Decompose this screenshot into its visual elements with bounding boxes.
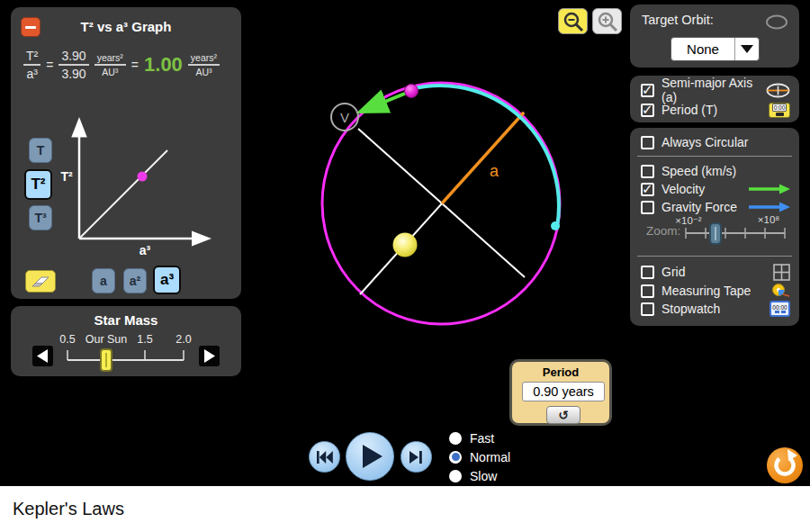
- star[interactable]: [393, 233, 418, 257]
- period-box-title: Period: [512, 365, 609, 379]
- star-mass-slider-thumb[interactable]: [100, 348, 112, 372]
- velocity-label: Velocity: [662, 182, 705, 196]
- period-arc-end-dot: [551, 221, 560, 230]
- checkbox-row-velocity: Velocity: [641, 180, 790, 198]
- equals-sign: =: [131, 58, 139, 72]
- stopwatch-label: Stopwatch: [662, 302, 720, 316]
- power-button-a[interactable]: a: [92, 268, 115, 293]
- reset-icon: [767, 447, 803, 483]
- stopwatch-icon: 00:00: [770, 301, 790, 317]
- target-orbit-selected-value: None: [671, 38, 734, 60]
- left-arrow-icon: [37, 349, 49, 363]
- play-icon: [363, 445, 382, 468]
- always-circular-label: Always Circular: [662, 135, 748, 149]
- semi-major-axis-checkbox[interactable]: [641, 84, 654, 97]
- ellipse-axes-icon: [766, 83, 790, 98]
- period-undo-button[interactable]: ↺: [546, 406, 580, 424]
- orbit-controls-panel: Always Circular Speed (km/s) Velocity Gr…: [630, 128, 799, 326]
- radio-icon: [449, 451, 462, 464]
- star-mass-tick-our-sun: Our Sun: [86, 333, 128, 346]
- target-orbit-combobox[interactable]: None: [670, 37, 760, 61]
- measuring-tape-icon: [771, 284, 790, 298]
- result-units-fraction: years² AU³: [188, 52, 220, 78]
- target-orbit-panel: Target Orbit: None: [630, 5, 799, 68]
- velocity-vector[interactable]: [363, 91, 411, 111]
- eraser-icon: [31, 275, 50, 288]
- gravity-force-label: Gravity Force: [662, 200, 737, 214]
- right-arrow-icon: [203, 349, 215, 363]
- power-button-T3[interactable]: T³: [29, 205, 52, 230]
- checkbox-row-stopwatch: Stopwatch 00:00: [641, 300, 790, 318]
- divider: [637, 256, 792, 257]
- plot-x-axis-label: a³: [131, 243, 158, 257]
- graph-panel-title: T² vs a³ Graph: [11, 19, 241, 34]
- step-forward-icon: [410, 451, 423, 464]
- speed-checkbox[interactable]: [641, 165, 654, 178]
- power-button-a3[interactable]: a³: [153, 266, 181, 294]
- grid-icon: [773, 264, 790, 281]
- checkbox-row-semi-major-axis: Semi-major Axis (a): [641, 81, 790, 99]
- grid-checkbox[interactable]: [641, 266, 654, 279]
- ratio-result-value: 1.00: [144, 53, 183, 77]
- period-label-text: Period (T): [662, 103, 717, 117]
- speed-radio-slow[interactable]: Slow: [449, 469, 497, 482]
- power-button-a2[interactable]: a²: [123, 268, 147, 293]
- checkbox-row-speed: Speed (km/s): [641, 162, 790, 180]
- star-mass-decrement-button[interactable]: [32, 346, 53, 366]
- units-fraction: years² AU³: [94, 52, 126, 78]
- graph-panel: T² vs a³ Graph T² a³ = 3.90 3.90 years² …: [11, 7, 241, 299]
- zoom-max-label: ×10⁸: [751, 214, 787, 225]
- zoom-out-button[interactable]: [558, 8, 588, 34]
- measuring-tape-checkbox[interactable]: [641, 284, 654, 298]
- divider: [637, 156, 792, 157]
- navigation-bar: Kepler's Laws × 0:00: [0, 486, 810, 532]
- planet[interactable]: [405, 85, 418, 98]
- reset-all-button[interactable]: [767, 447, 803, 483]
- magnifier-minus-icon: [562, 11, 585, 32]
- speed-radio-fast[interactable]: Fast: [449, 431, 494, 445]
- power-button-T2[interactable]: T²: [24, 169, 52, 200]
- velocity-handle-label: V: [340, 110, 349, 125]
- combobox-arrow-button[interactable]: [735, 38, 759, 60]
- star-mass-increment-button[interactable]: [199, 346, 220, 366]
- period-value-display: 0.90 years: [522, 382, 605, 401]
- play-button[interactable]: [346, 432, 394, 481]
- eraser-button[interactable]: [25, 270, 56, 293]
- gravity-force-checkbox[interactable]: [641, 201, 654, 214]
- always-circular-checkbox[interactable]: [641, 136, 654, 149]
- checkbox-row-gravity-force: Gravity Force: [641, 198, 790, 216]
- target-orbit-label: Target Orbit:: [642, 13, 714, 27]
- power-button-T[interactable]: T: [29, 138, 52, 163]
- star-mass-tick-1.5: 1.5: [137, 333, 152, 346]
- rewind-button[interactable]: [309, 441, 340, 473]
- blue-gravity-arrow-icon: [749, 202, 790, 212]
- sim-title: Kepler's Laws: [13, 499, 124, 519]
- speed-radio-normal[interactable]: Normal: [449, 450, 510, 464]
- lhs-fraction: T² a³: [23, 49, 40, 81]
- semi-major-axis-line: [442, 113, 524, 203]
- speed-label: Speed (km/s): [662, 164, 736, 178]
- radio-icon: [449, 432, 462, 445]
- checkbox-row-grid: Grid: [641, 263, 790, 281]
- grid-label: Grid: [662, 265, 685, 279]
- orbit-info-panel: Semi-major Axis (a) Period (T) 0:00: [630, 76, 799, 122]
- green-velocity-arrow-icon: [749, 184, 790, 194]
- period-display-box: Period 0.90 years ↺: [509, 359, 612, 426]
- measuring-tape-label: Measuring Tape: [662, 284, 751, 298]
- kepler-ratio-equation: T² a³ = 3.90 3.90 years² AU³ = 1.00 year…: [23, 49, 220, 81]
- ratio-fraction: 3.90 3.90: [58, 49, 88, 81]
- period-checkbox[interactable]: [641, 104, 654, 117]
- star-mass-panel: Star Mass 0.5 Our Sun 1.5 2.0: [11, 306, 241, 376]
- plot-y-axis-label: T²: [56, 169, 77, 184]
- zoom-in-button[interactable]: [592, 8, 622, 34]
- step-forward-button[interactable]: [400, 441, 432, 473]
- magnifier-plus-icon: [596, 11, 619, 32]
- plot-data-point: [138, 172, 148, 182]
- zoom-slider-thumb[interactable]: [709, 222, 722, 245]
- chevron-down-icon: [741, 45, 753, 53]
- velocity-checkbox[interactable]: [641, 183, 654, 196]
- radio-icon: [449, 470, 462, 482]
- stopwatch-checkbox[interactable]: [641, 302, 654, 316]
- plot-fit-line: [79, 150, 167, 239]
- star-mass-title: Star Mass: [11, 312, 241, 328]
